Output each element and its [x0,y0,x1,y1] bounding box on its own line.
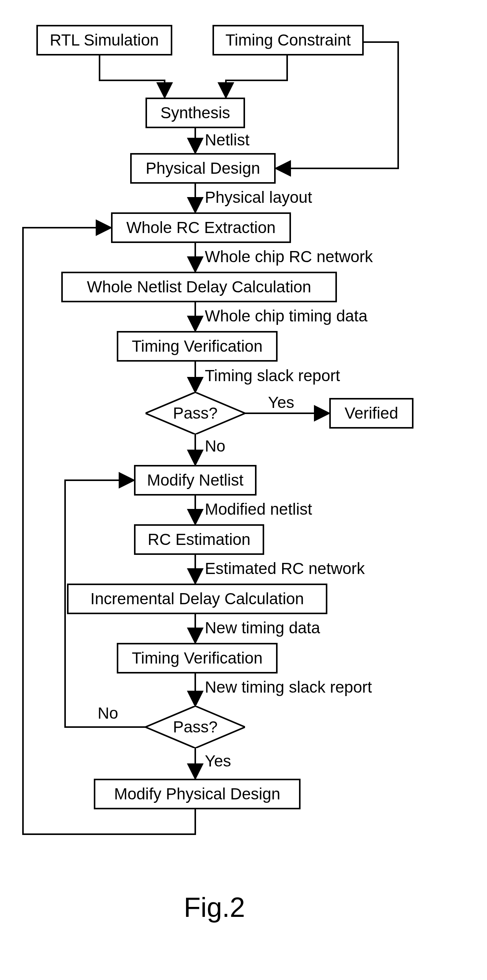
label: RTL Simulation [50,31,159,49]
label: Whole Netlist Delay Calculation [87,278,311,296]
node-timing-verification-2: Timing Verification [117,643,278,673]
node-whole-netlist-delay-calc: Whole Netlist Delay Calculation [61,272,337,302]
edge-label-est-rc: Estimated RC network [205,559,365,578]
label: Timing Verification [132,649,263,667]
label: Timing Verification [132,337,263,355]
edge-label-slack-2: New timing slack report [205,678,372,696]
edge-label-whole-timing: Whole chip timing data [205,307,368,325]
label: Modify Physical Design [114,785,280,803]
label: Pass? [173,404,218,422]
edge-label-no-1: No [205,437,226,455]
label: Whole RC Extraction [126,219,276,237]
label: Synthesis [160,104,230,122]
label: Modify Netlist [147,471,244,489]
node-timing-constraint: Timing Constraint [212,25,364,55]
edge-label-yes-1: Yes [268,393,294,412]
edge-label-slack-1: Timing slack report [205,367,340,385]
node-pass-1: Pass? [145,392,245,434]
edge-label-yes-2: Yes [205,752,231,770]
figure-caption: Fig.2 [184,892,245,923]
node-whole-rc-extraction: Whole RC Extraction [111,212,291,243]
node-verified: Verified [329,398,413,429]
edge-label-new-timing: New timing data [205,619,320,637]
label: Timing Constraint [226,31,351,49]
node-rtl-simulation: RTL Simulation [36,25,172,55]
label: Pass? [173,718,218,736]
node-synthesis: Synthesis [145,98,245,128]
node-timing-verification-1: Timing Verification [117,331,278,362]
label: RC Estimation [148,530,250,549]
edge-label-modified-netlist: Modified netlist [205,500,312,519]
node-incremental-delay-calc: Incremental Delay Calculation [67,584,327,614]
edge-label-physical-layout: Physical layout [205,188,312,207]
flowchart-canvas: RTL Simulation Timing Constraint Synthes… [0,0,487,980]
edge-label-netlist: Netlist [205,131,250,149]
node-modify-physical-design: Modify Physical Design [94,779,301,809]
edge-label-whole-rc-net: Whole chip RC network [205,248,373,266]
label: Incremental Delay Calculation [90,590,304,608]
label: Verified [345,404,398,422]
node-modify-netlist: Modify Netlist [134,465,257,496]
node-rc-estimation: RC Estimation [134,524,264,555]
label: Physical Design [146,159,260,178]
node-physical-design: Physical Design [130,153,276,184]
edge-label-no-2: No [98,704,118,722]
node-pass-2: Pass? [145,706,245,748]
